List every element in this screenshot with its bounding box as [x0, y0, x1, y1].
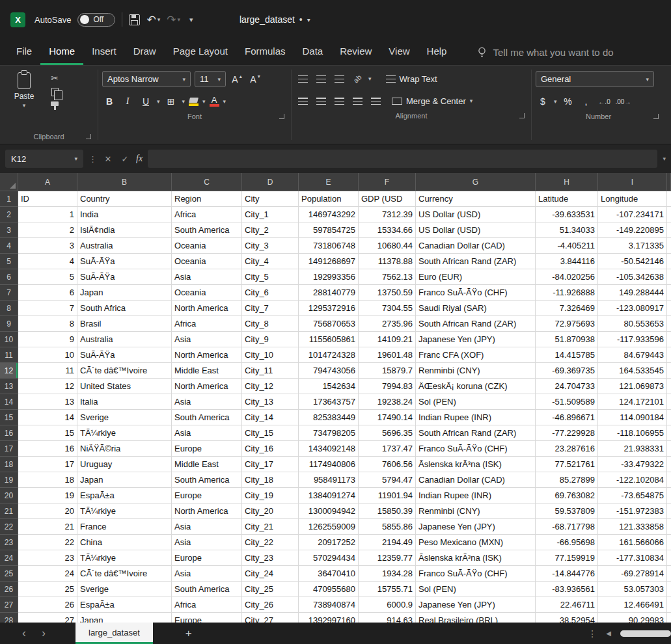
cell[interactable]: Europe	[172, 441, 242, 457]
cell[interactable]: TÃ¼rkiye	[77, 503, 172, 519]
cell[interactable]: City_26	[242, 597, 299, 613]
grow-font-button[interactable]: A ▴	[230, 72, 244, 87]
bottom-align-button[interactable]	[332, 71, 346, 87]
row-header-25[interactable]: 25	[0, 566, 18, 582]
align-center-button[interactable]	[314, 93, 328, 109]
cell[interactable]: 19	[18, 488, 77, 503]
cell[interactable]: 77.521761	[536, 457, 598, 472]
cell[interactable]: 85.27899	[536, 472, 598, 488]
cell[interactable]: Italia	[77, 394, 172, 410]
orientation-button[interactable]: ab	[350, 71, 364, 87]
insert-function-icon[interactable]: fx	[136, 154, 143, 164]
cell-sliver[interactable]	[667, 269, 671, 285]
save-icon[interactable]	[129, 14, 140, 25]
cell-sliver[interactable]	[667, 425, 671, 441]
cell-sliver[interactable]	[667, 597, 671, 613]
column-header-I[interactable]: I	[598, 173, 667, 191]
column-header-B[interactable]: B	[77, 173, 172, 191]
cell[interactable]: City_2	[242, 222, 299, 238]
copy-icon[interactable]	[51, 88, 59, 96]
cell[interactable]: 6	[18, 285, 77, 301]
cell[interactable]: Franc CFA (XOF)	[416, 347, 536, 363]
cell[interactable]: Africa	[172, 316, 242, 332]
row-header-3[interactable]: 3	[0, 222, 18, 238]
add-sheet-button[interactable]: +	[175, 623, 202, 644]
tab-file[interactable]: File	[8, 39, 40, 65]
cell[interactable]: 3.171335	[598, 238, 667, 254]
cell[interactable]: 1392997160	[299, 613, 359, 623]
cell[interactable]: Middle East	[172, 457, 242, 472]
cell[interactable]: City_19	[242, 488, 299, 503]
cell[interactable]: 11901.94	[359, 488, 416, 503]
cell[interactable]: GDP (USD	[359, 191, 416, 207]
cell[interactable]: ÄŒeskÃ¡ koruna (CZK)	[416, 379, 536, 394]
cell[interactable]: Brasil	[77, 316, 172, 332]
cell[interactable]: 7.326469	[536, 301, 598, 316]
cell[interactable]: Asia	[172, 332, 242, 347]
row-header-13[interactable]: 13	[0, 379, 18, 394]
cell[interactable]: 24.704733	[536, 379, 598, 394]
cell[interactable]: 36470410	[299, 566, 359, 582]
cell[interactable]: Africa	[172, 207, 242, 222]
cell-sliver[interactable]	[667, 394, 671, 410]
cell[interactable]: Franco SuÃ-ÃŸo (CHF)	[416, 285, 536, 301]
sheet-tab-large-dataset[interactable]: large_dataset	[75, 623, 153, 644]
cell[interactable]: 15879.7	[359, 363, 416, 379]
format-painter-icon[interactable]	[51, 101, 59, 106]
formula-bar-grip-icon[interactable]: ⋮	[89, 154, 97, 164]
cell[interactable]: -51.509589	[536, 394, 598, 410]
cell[interactable]: Japanese Yen (JPY)	[416, 597, 536, 613]
document-title[interactable]: large_dataset	[240, 14, 295, 25]
cell[interactable]: Asia	[172, 519, 242, 535]
paste-chevron-icon[interactable]: ▾	[23, 102, 26, 109]
cell[interactable]: City_25	[242, 582, 299, 597]
cell[interactable]: 21	[18, 519, 77, 535]
cell[interactable]: North America	[172, 503, 242, 519]
cell[interactable]: South America	[172, 222, 242, 238]
cell[interactable]: Franco SuÃ-ÃŸo (CHF)	[416, 566, 536, 582]
cell[interactable]: 13	[18, 394, 77, 410]
cell[interactable]: 161.566066	[598, 535, 667, 550]
cell[interactable]: Saudi Riyal (SAR)	[416, 301, 536, 316]
cell[interactable]: 738940874	[299, 597, 359, 613]
cell[interactable]: -69.278914	[598, 566, 667, 582]
cell[interactable]: 149.288444	[598, 285, 667, 301]
cell[interactable]: 22	[18, 535, 77, 550]
cell[interactable]: EspaÃ±a	[77, 597, 172, 613]
column-header-sliver[interactable]	[667, 173, 671, 191]
cell[interactable]: Indian Rupee (INR)	[416, 488, 536, 503]
underline-chevron-icon[interactable]: ▾	[157, 98, 160, 105]
row-header-14[interactable]: 14	[0, 394, 18, 410]
cell[interactable]: -151.972383	[598, 503, 667, 519]
row-header-23[interactable]: 23	[0, 535, 18, 550]
tab-insert[interactable]: Insert	[83, 39, 125, 65]
hscroll-left-icon[interactable]: ◀	[606, 630, 611, 637]
font-color-button[interactable]: A	[210, 94, 219, 109]
column-header-F[interactable]: F	[359, 173, 416, 191]
cell-sliver[interactable]	[667, 582, 671, 597]
cell[interactable]: 734798205	[299, 425, 359, 441]
cell[interactable]: -66.95698	[536, 535, 598, 550]
cell-sliver[interactable]	[667, 238, 671, 254]
cell-sliver[interactable]	[667, 550, 671, 566]
row-header-5[interactable]: 5	[0, 254, 18, 269]
cell[interactable]: Franco SuÃ-ÃŸo (CHF)	[416, 441, 536, 457]
increase-indent-button[interactable]	[368, 93, 383, 109]
cell-sliver[interactable]	[667, 332, 671, 347]
cell[interactable]: 15	[18, 425, 77, 441]
cell[interactable]: 5696.35	[359, 425, 416, 441]
cell[interactable]: Japanese Yen (JPY)	[416, 332, 536, 347]
cell[interactable]: 77.159919	[536, 550, 598, 566]
cell[interactable]: South America	[172, 472, 242, 488]
cell[interactable]: Population	[299, 191, 359, 207]
fill-color-chevron-icon[interactable]: ▾	[202, 98, 206, 105]
cell[interactable]: 5	[18, 269, 77, 285]
cell[interactable]: 17	[18, 457, 77, 472]
cell[interactable]: -83.936561	[536, 582, 598, 597]
cell[interactable]: -105.342638	[598, 269, 667, 285]
alignment-dialog-launcher-icon[interactable]	[519, 113, 525, 118]
cell[interactable]: City_17	[242, 457, 299, 472]
cell[interactable]: CÃ´te dâ€™Ivoire	[77, 566, 172, 582]
cell[interactable]: SuÃ-ÃŸa	[77, 254, 172, 269]
row-header-20[interactable]: 20	[0, 488, 18, 503]
